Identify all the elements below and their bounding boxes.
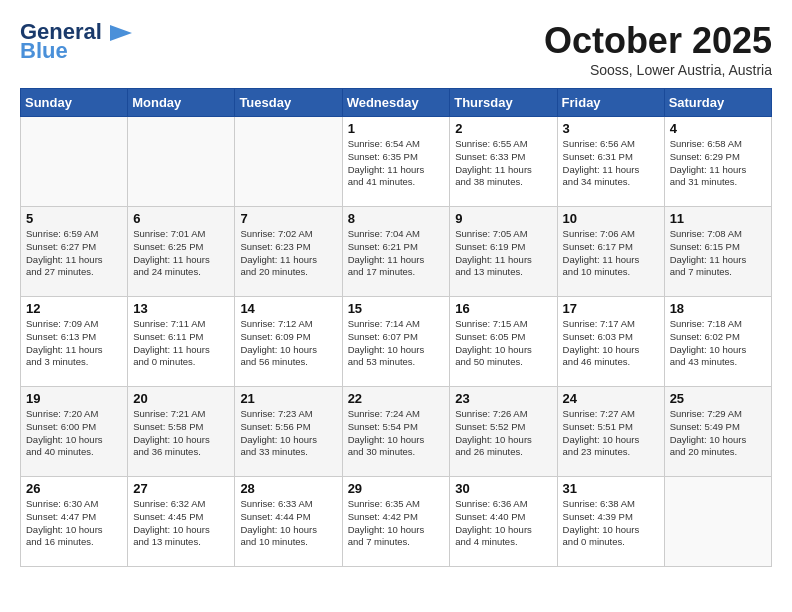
day-header-sunday: Sunday <box>21 89 128 117</box>
day-number: 23 <box>455 391 551 406</box>
day-info: Sunrise: 6:38 AM Sunset: 4:39 PM Dayligh… <box>563 498 659 549</box>
calendar-cell <box>21 117 128 207</box>
day-info: Sunrise: 6:58 AM Sunset: 6:29 PM Dayligh… <box>670 138 766 189</box>
day-number: 3 <box>563 121 659 136</box>
day-info: Sunrise: 7:17 AM Sunset: 6:03 PM Dayligh… <box>563 318 659 369</box>
calendar-cell: 15Sunrise: 7:14 AM Sunset: 6:07 PM Dayli… <box>342 297 450 387</box>
calendar-cell: 12Sunrise: 7:09 AM Sunset: 6:13 PM Dayli… <box>21 297 128 387</box>
calendar-cell: 7Sunrise: 7:02 AM Sunset: 6:23 PM Daylig… <box>235 207 342 297</box>
day-info: Sunrise: 7:09 AM Sunset: 6:13 PM Dayligh… <box>26 318 122 369</box>
day-header-tuesday: Tuesday <box>235 89 342 117</box>
calendar-header-row: SundayMondayTuesdayWednesdayThursdayFrid… <box>21 89 772 117</box>
calendar-cell: 18Sunrise: 7:18 AM Sunset: 6:02 PM Dayli… <box>664 297 771 387</box>
calendar-week-5: 26Sunrise: 6:30 AM Sunset: 4:47 PM Dayli… <box>21 477 772 567</box>
day-info: Sunrise: 7:08 AM Sunset: 6:15 PM Dayligh… <box>670 228 766 279</box>
day-number: 14 <box>240 301 336 316</box>
day-info: Sunrise: 7:05 AM Sunset: 6:19 PM Dayligh… <box>455 228 551 279</box>
calendar-cell: 1Sunrise: 6:54 AM Sunset: 6:35 PM Daylig… <box>342 117 450 207</box>
calendar-cell: 30Sunrise: 6:36 AM Sunset: 4:40 PM Dayli… <box>450 477 557 567</box>
day-info: Sunrise: 7:29 AM Sunset: 5:49 PM Dayligh… <box>670 408 766 459</box>
day-number: 24 <box>563 391 659 406</box>
day-number: 31 <box>563 481 659 496</box>
day-header-wednesday: Wednesday <box>342 89 450 117</box>
calendar-cell: 19Sunrise: 7:20 AM Sunset: 6:00 PM Dayli… <box>21 387 128 477</box>
day-info: Sunrise: 6:55 AM Sunset: 6:33 PM Dayligh… <box>455 138 551 189</box>
calendar-cell: 8Sunrise: 7:04 AM Sunset: 6:21 PM Daylig… <box>342 207 450 297</box>
calendar-cell: 3Sunrise: 6:56 AM Sunset: 6:31 PM Daylig… <box>557 117 664 207</box>
day-number: 21 <box>240 391 336 406</box>
calendar-cell: 27Sunrise: 6:32 AM Sunset: 4:45 PM Dayli… <box>128 477 235 567</box>
day-number: 19 <box>26 391 122 406</box>
calendar-week-1: 1Sunrise: 6:54 AM Sunset: 6:35 PM Daylig… <box>21 117 772 207</box>
day-number: 2 <box>455 121 551 136</box>
day-number: 8 <box>348 211 445 226</box>
day-info: Sunrise: 7:24 AM Sunset: 5:54 PM Dayligh… <box>348 408 445 459</box>
calendar-cell <box>235 117 342 207</box>
day-info: Sunrise: 7:21 AM Sunset: 5:58 PM Dayligh… <box>133 408 229 459</box>
day-info: Sunrise: 7:12 AM Sunset: 6:09 PM Dayligh… <box>240 318 336 369</box>
calendar-cell: 11Sunrise: 7:08 AM Sunset: 6:15 PM Dayli… <box>664 207 771 297</box>
day-number: 6 <box>133 211 229 226</box>
day-info: Sunrise: 7:04 AM Sunset: 6:21 PM Dayligh… <box>348 228 445 279</box>
day-info: Sunrise: 7:27 AM Sunset: 5:51 PM Dayligh… <box>563 408 659 459</box>
calendar-table: SundayMondayTuesdayWednesdayThursdayFrid… <box>20 88 772 567</box>
day-info: Sunrise: 6:32 AM Sunset: 4:45 PM Dayligh… <box>133 498 229 549</box>
calendar-cell: 22Sunrise: 7:24 AM Sunset: 5:54 PM Dayli… <box>342 387 450 477</box>
day-info: Sunrise: 7:06 AM Sunset: 6:17 PM Dayligh… <box>563 228 659 279</box>
day-info: Sunrise: 6:30 AM Sunset: 4:47 PM Dayligh… <box>26 498 122 549</box>
calendar-cell: 26Sunrise: 6:30 AM Sunset: 4:47 PM Dayli… <box>21 477 128 567</box>
day-info: Sunrise: 6:56 AM Sunset: 6:31 PM Dayligh… <box>563 138 659 189</box>
day-number: 29 <box>348 481 445 496</box>
svg-marker-0 <box>110 25 132 41</box>
day-number: 28 <box>240 481 336 496</box>
day-info: Sunrise: 6:33 AM Sunset: 4:44 PM Dayligh… <box>240 498 336 549</box>
calendar-cell: 14Sunrise: 7:12 AM Sunset: 6:09 PM Dayli… <box>235 297 342 387</box>
day-info: Sunrise: 7:02 AM Sunset: 6:23 PM Dayligh… <box>240 228 336 279</box>
logo-arrow-icon <box>110 25 132 41</box>
calendar-cell: 6Sunrise: 7:01 AM Sunset: 6:25 PM Daylig… <box>128 207 235 297</box>
calendar-cell: 28Sunrise: 6:33 AM Sunset: 4:44 PM Dayli… <box>235 477 342 567</box>
day-header-saturday: Saturday <box>664 89 771 117</box>
day-number: 18 <box>670 301 766 316</box>
calendar-cell: 17Sunrise: 7:17 AM Sunset: 6:03 PM Dayli… <box>557 297 664 387</box>
day-number: 12 <box>26 301 122 316</box>
day-number: 30 <box>455 481 551 496</box>
calendar-cell <box>128 117 235 207</box>
calendar-cell: 2Sunrise: 6:55 AM Sunset: 6:33 PM Daylig… <box>450 117 557 207</box>
day-number: 5 <box>26 211 122 226</box>
calendar-cell: 9Sunrise: 7:05 AM Sunset: 6:19 PM Daylig… <box>450 207 557 297</box>
day-number: 9 <box>455 211 551 226</box>
day-number: 22 <box>348 391 445 406</box>
calendar-cell: 13Sunrise: 7:11 AM Sunset: 6:11 PM Dayli… <box>128 297 235 387</box>
page-header: General Blue October 2025 Sooss, Lower A… <box>20 20 772 78</box>
title-section: October 2025 Sooss, Lower Austria, Austr… <box>544 20 772 78</box>
calendar-cell: 16Sunrise: 7:15 AM Sunset: 6:05 PM Dayli… <box>450 297 557 387</box>
day-header-thursday: Thursday <box>450 89 557 117</box>
calendar-week-3: 12Sunrise: 7:09 AM Sunset: 6:13 PM Dayli… <box>21 297 772 387</box>
day-info: Sunrise: 6:36 AM Sunset: 4:40 PM Dayligh… <box>455 498 551 549</box>
day-number: 26 <box>26 481 122 496</box>
day-info: Sunrise: 7:20 AM Sunset: 6:00 PM Dayligh… <box>26 408 122 459</box>
day-number: 13 <box>133 301 229 316</box>
logo: General Blue <box>20 20 132 62</box>
calendar-week-4: 19Sunrise: 7:20 AM Sunset: 6:00 PM Dayli… <box>21 387 772 477</box>
day-number: 11 <box>670 211 766 226</box>
day-info: Sunrise: 7:01 AM Sunset: 6:25 PM Dayligh… <box>133 228 229 279</box>
calendar-cell: 10Sunrise: 7:06 AM Sunset: 6:17 PM Dayli… <box>557 207 664 297</box>
day-info: Sunrise: 7:15 AM Sunset: 6:05 PM Dayligh… <box>455 318 551 369</box>
day-info: Sunrise: 7:18 AM Sunset: 6:02 PM Dayligh… <box>670 318 766 369</box>
day-info: Sunrise: 6:59 AM Sunset: 6:27 PM Dayligh… <box>26 228 122 279</box>
calendar-cell: 5Sunrise: 6:59 AM Sunset: 6:27 PM Daylig… <box>21 207 128 297</box>
day-number: 25 <box>670 391 766 406</box>
day-number: 20 <box>133 391 229 406</box>
calendar-cell: 29Sunrise: 6:35 AM Sunset: 4:42 PM Dayli… <box>342 477 450 567</box>
day-number: 16 <box>455 301 551 316</box>
calendar-week-2: 5Sunrise: 6:59 AM Sunset: 6:27 PM Daylig… <box>21 207 772 297</box>
day-info: Sunrise: 7:14 AM Sunset: 6:07 PM Dayligh… <box>348 318 445 369</box>
calendar-cell <box>664 477 771 567</box>
calendar-cell: 24Sunrise: 7:27 AM Sunset: 5:51 PM Dayli… <box>557 387 664 477</box>
calendar-cell: 20Sunrise: 7:21 AM Sunset: 5:58 PM Dayli… <box>128 387 235 477</box>
day-number: 15 <box>348 301 445 316</box>
calendar-cell: 21Sunrise: 7:23 AM Sunset: 5:56 PM Dayli… <box>235 387 342 477</box>
day-header-monday: Monday <box>128 89 235 117</box>
